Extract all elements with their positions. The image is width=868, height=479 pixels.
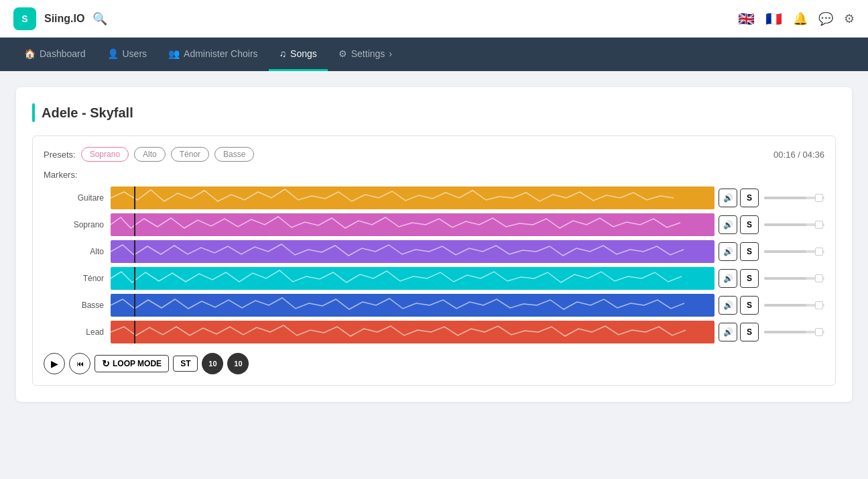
users-icon: 👤 — [107, 48, 119, 59]
settings-icon[interactable]: ⚙ — [844, 11, 855, 26]
player-area: Presets: Soprano Alto Ténor Basse 00:16 … — [32, 136, 836, 386]
dashboard-icon: 🏠 — [24, 48, 36, 59]
solo-btn-tenor[interactable]: S — [740, 269, 759, 288]
transport-controls: ▶ ⏮ ↻ LOOP MODE ST 10 10 — [44, 353, 824, 374]
song-card: Adele - Skyfall Presets: Soprano Alto Té… — [16, 87, 852, 402]
track-controls-soprano: 🔊 S — [719, 215, 824, 234]
st-button[interactable]: ST — [173, 356, 198, 372]
main-content: Adele - Skyfall Presets: Soprano Alto Té… — [0, 71, 868, 418]
main-nav: 🏠 Dashboard 👤 Users 👥 Administer Choirs … — [0, 38, 868, 71]
track-label-basse: Basse — [44, 301, 111, 310]
fwd10-button[interactable]: 10 — [227, 353, 249, 374]
app-name: Siing.IO — [44, 13, 84, 25]
track-row-guitare: Guitare /* waveform bars */ — [44, 185, 824, 211]
track-row-alto: Alto 🔊 S — [44, 239, 824, 264]
chat-icon[interactable]: 💬 — [818, 11, 833, 26]
markers-label: Markers: — [44, 170, 824, 180]
header: S Siing.IO 🔍 🇬🇧 🇫🇷 🔔 💬 ⚙ — [0, 0, 868, 38]
tracks-container: Guitare /* waveform bars */ — [44, 185, 824, 345]
song-title: Adele - Skyfall — [42, 105, 133, 121]
title-bar-decoration — [32, 103, 35, 122]
notification-icon[interactable]: 🔔 — [793, 11, 808, 26]
track-row-lead: Lead 🔊 S — [44, 319, 824, 345]
mute-btn-soprano[interactable]: 🔊 — [719, 215, 737, 234]
preset-soprano[interactable]: Soprano — [81, 147, 129, 162]
search-icon[interactable]: 🔍 — [92, 11, 107, 26]
svg-rect-2 — [111, 213, 715, 236]
presets-label: Presets: — [44, 150, 76, 160]
track-controls-guitare: 🔊 S — [719, 189, 824, 207]
volume-slider-guitare[interactable] — [764, 197, 824, 199]
songs-icon: ♫ — [280, 48, 287, 59]
solo-btn-guitare[interactable]: S — [740, 189, 759, 207]
track-waveform-guitare[interactable]: /* waveform bars */ — [111, 187, 715, 209]
svg-rect-6 — [111, 267, 715, 290]
track-waveform-alto[interactable] — [111, 240, 715, 263]
play-button[interactable]: ▶ — [44, 353, 65, 374]
loop-mode-button[interactable]: ↻ LOOP MODE — [95, 355, 169, 372]
track-label-tenor: Ténor — [44, 274, 111, 283]
volume-slider-lead[interactable] — [764, 331, 824, 333]
track-row-soprano: Soprano 🔊 S — [44, 212, 824, 237]
nav-users[interactable]: 👤 Users — [97, 38, 158, 71]
mute-btn-tenor[interactable]: 🔊 — [719, 269, 737, 288]
track-label-alto: Alto — [44, 247, 111, 256]
track-row-basse: Basse 🔊 S — [44, 292, 824, 318]
nav-songs[interactable]: ♫ Songs — [269, 38, 328, 71]
track-controls-alto: 🔊 S — [719, 242, 824, 261]
nav-dashboard[interactable]: 🏠 Dashboard — [13, 38, 97, 71]
mute-btn-guitare[interactable]: 🔊 — [719, 189, 737, 207]
nav-administer-choirs[interactable]: 👥 Administer Choirs — [158, 38, 268, 71]
nav-settings[interactable]: ⚙ Settings › — [328, 38, 403, 71]
track-waveform-lead[interactable] — [111, 321, 715, 343]
volume-slider-basse[interactable] — [764, 304, 824, 307]
preset-alto[interactable]: Alto — [134, 147, 166, 162]
settings-nav-icon: ⚙ — [338, 48, 347, 59]
back10-button[interactable]: 10 — [202, 353, 223, 374]
preset-tenor[interactable]: Ténor — [171, 147, 209, 162]
volume-slider-alto[interactable] — [764, 250, 824, 253]
track-label-soprano: Soprano — [44, 220, 111, 229]
track-controls-lead: 🔊 S — [719, 323, 824, 341]
solo-btn-basse[interactable]: S — [740, 296, 759, 315]
track-label-guitare: Guitare — [44, 193, 111, 203]
track-row-tenor: Ténor 🔊 S — [44, 266, 824, 291]
song-title-row: Adele - Skyfall — [32, 103, 836, 122]
header-right: 🇬🇧 🇫🇷 🔔 💬 ⚙ — [738, 11, 855, 27]
return-button[interactable]: ⏮ — [69, 353, 90, 374]
solo-btn-lead[interactable]: S — [740, 323, 759, 341]
flag-fr[interactable]: 🇫🇷 — [765, 11, 782, 27]
presets-left: Presets: Soprano Alto Ténor Basse — [44, 147, 254, 162]
track-waveform-soprano[interactable] — [111, 213, 715, 236]
time-display: 00:16 / 04:36 — [773, 150, 824, 160]
chevron-icon: › — [389, 48, 392, 59]
volume-slider-soprano[interactable] — [764, 223, 824, 226]
presets-row: Presets: Soprano Alto Ténor Basse 00:16 … — [44, 147, 824, 162]
mute-btn-alto[interactable]: 🔊 — [719, 242, 737, 261]
solo-btn-soprano[interactable]: S — [740, 215, 759, 234]
header-left: S Siing.IO 🔍 — [13, 7, 107, 30]
choirs-icon: 👥 — [168, 48, 180, 59]
track-controls-tenor: 🔊 S — [719, 269, 824, 288]
mute-btn-lead[interactable]: 🔊 — [719, 323, 737, 341]
track-waveform-basse[interactable] — [111, 294, 715, 317]
track-controls-basse: 🔊 S — [719, 296, 824, 315]
volume-slider-tenor[interactable] — [764, 277, 824, 280]
solo-btn-alto[interactable]: S — [740, 242, 759, 261]
app-logo[interactable]: S — [13, 7, 36, 30]
track-waveform-tenor[interactable] — [111, 267, 715, 290]
preset-basse[interactable]: Basse — [214, 147, 254, 162]
mute-btn-basse[interactable]: 🔊 — [719, 296, 737, 315]
track-label-lead: Lead — [44, 327, 111, 337]
flag-uk[interactable]: 🇬🇧 — [738, 11, 755, 27]
loop-icon: ↻ — [102, 358, 110, 369]
